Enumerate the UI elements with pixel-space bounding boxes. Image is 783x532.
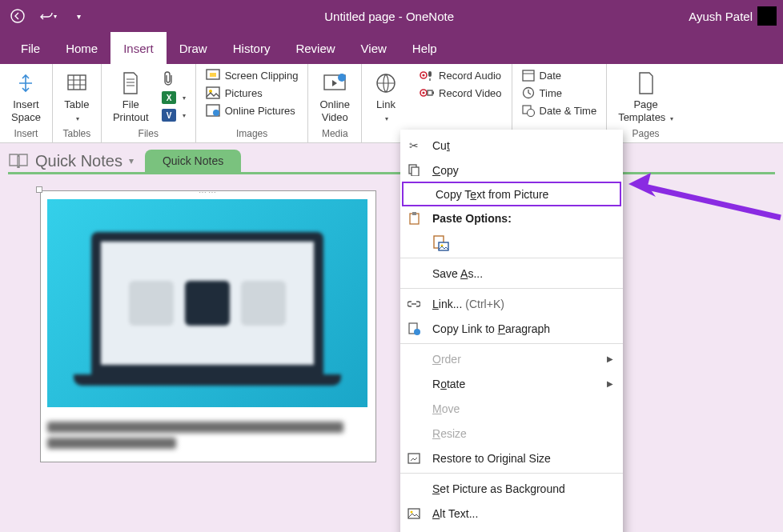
restore-size-icon <box>405 453 423 464</box>
undo-icon[interactable]: ▾ <box>37 5 59 27</box>
section-tab[interactable]: Quick Notes <box>145 150 241 172</box>
svg-point-33 <box>414 329 420 335</box>
cut-icon: ✂ <box>405 139 423 152</box>
insert-space-button[interactable]: Insert Space <box>6 67 46 126</box>
ctx-link-icon <box>405 299 423 309</box>
ctx-alt-text[interactable]: Alt Text... <box>400 501 623 526</box>
paste-icon <box>405 212 423 225</box>
date-button[interactable]: Date <box>519 67 600 83</box>
tab-view[interactable]: View <box>348 32 400 64</box>
tab-draw[interactable]: Draw <box>167 32 220 64</box>
ctx-save-as[interactable]: Save As... <box>400 261 623 286</box>
chevron-down-icon: ▾ <box>129 155 134 166</box>
link-button[interactable]: Link▾ <box>368 67 404 126</box>
svg-point-19 <box>422 91 424 94</box>
online-video-button[interactable]: Online Video <box>315 67 355 126</box>
window-title: Untitled page - OneNote <box>90 10 689 23</box>
svg-point-24 <box>527 110 534 117</box>
excel-icon: X <box>162 91 176 104</box>
screen-clipping-icon <box>206 69 220 82</box>
page-templates-icon <box>633 70 659 96</box>
svg-rect-28 <box>412 212 416 215</box>
pictures-button[interactable]: Pictures <box>203 85 302 101</box>
record-audio-icon <box>420 69 434 82</box>
spreadsheet-button[interactable]: X▾ <box>159 90 189 106</box>
tab-insert[interactable]: Insert <box>110 32 167 64</box>
date-time-button[interactable]: Date & Time <box>519 102 600 118</box>
notebook-icon <box>8 152 29 170</box>
tab-help[interactable]: Help <box>400 32 450 64</box>
svg-point-0 <box>11 10 24 22</box>
svg-point-16 <box>422 74 424 76</box>
file-printout-button[interactable]: File Printout <box>108 67 154 126</box>
tab-home[interactable]: Home <box>53 32 110 64</box>
user-name[interactable]: Ayush Patel <box>689 10 753 23</box>
group-label-pages: Pages <box>613 126 678 141</box>
svg-rect-34 <box>408 454 420 463</box>
avatar[interactable] <box>757 6 777 26</box>
record-audio-button[interactable]: Record Audio <box>416 67 505 83</box>
notebook-selector[interactable]: Quick Notes ▾ <box>8 152 134 170</box>
alt-text-icon <box>405 508 423 519</box>
group-label-files: Files <box>108 126 189 141</box>
link-icon <box>373 70 399 96</box>
tab-history[interactable]: History <box>220 32 283 64</box>
online-video-icon <box>322 70 347 96</box>
svg-rect-35 <box>408 509 420 518</box>
drag-handle-icon[interactable]: ⋯⋯ <box>199 188 218 197</box>
tab-review[interactable]: Review <box>283 32 347 64</box>
svg-rect-21 <box>523 70 534 81</box>
ribbon: Insert Space Insert Table▾ Tables File P… <box>0 64 783 143</box>
svg-point-36 <box>411 510 413 513</box>
inserted-picture[interactable] <box>47 199 367 407</box>
record-video-button[interactable]: Record Video <box>416 85 505 101</box>
ctx-cut[interactable]: ✂ Cut <box>400 133 623 158</box>
qat-customize-icon[interactable]: ▾ <box>67 5 90 27</box>
table-button[interactable]: Table▾ <box>59 67 94 126</box>
svg-rect-7 <box>210 73 216 77</box>
svg-text:V: V <box>166 111 171 120</box>
svg-rect-26 <box>412 167 419 176</box>
blurred-text <box>47 422 369 449</box>
svg-point-11 <box>213 110 219 116</box>
svg-rect-8 <box>207 87 219 98</box>
date-icon <box>522 69 535 82</box>
group-label-insert: Insert <box>6 126 46 141</box>
section-header: Quick Notes ▾ Quick Notes <box>0 143 783 172</box>
svg-point-13 <box>338 74 346 82</box>
insert-space-icon <box>13 70 38 96</box>
ctx-copy[interactable]: Copy <box>400 158 623 182</box>
ctx-copy-text-from-picture[interactable]: Copy Text from Picture <box>402 182 621 206</box>
tab-file[interactable]: File <box>8 32 53 64</box>
ctx-make-searchable[interactable]: Make Text in Image Searchable▶ <box>400 526 623 532</box>
ctx-restore-size[interactable]: Restore to Original Size <box>400 446 623 470</box>
file-attachment-button[interactable] <box>159 69 189 88</box>
svg-text:X: X <box>166 94 171 102</box>
online-pictures-button[interactable]: Online Pictures <box>203 102 302 118</box>
selected-container[interactable]: ⋯⋯ <box>40 190 376 462</box>
svg-rect-17 <box>428 71 432 77</box>
page-canvas[interactable]: ⋯⋯ <box>0 174 783 462</box>
ctx-paste-options: Paste Options: <box>400 206 623 230</box>
ctx-move: Move <box>400 396 623 421</box>
ctx-paste-picture[interactable] <box>400 230 623 255</box>
copy-icon <box>405 164 423 176</box>
time-button[interactable]: Time <box>519 85 600 101</box>
back-icon[interactable] <box>6 5 29 27</box>
file-printout-icon <box>118 70 143 96</box>
titlebar: ▾ ▾ Untitled page - OneNote Ayush Patel <box>0 0 783 32</box>
paste-picture-icon <box>432 234 450 252</box>
group-label-media: Media <box>315 126 355 141</box>
group-label-images: Images <box>203 126 302 141</box>
ctx-link[interactable]: Link... (Ctrl+K) <box>400 291 623 316</box>
ctx-copy-link-paragraph[interactable]: Copy Link to Paragraph <box>400 316 623 341</box>
menubar: File Home Insert Draw History Review Vie… <box>0 32 783 64</box>
page-templates-button[interactable]: Page Templates ▾ <box>613 67 678 126</box>
ctx-rotate[interactable]: Rotate▶ <box>400 371 623 396</box>
group-label-tables: Tables <box>59 126 94 141</box>
visio-button[interactable]: V▾ <box>159 107 189 123</box>
paperclip-icon <box>162 70 175 86</box>
time-icon <box>522 86 535 99</box>
screen-clipping-button[interactable]: Screen Clipping <box>203 67 302 83</box>
ctx-set-background[interactable]: Set Picture as Background <box>400 476 623 501</box>
